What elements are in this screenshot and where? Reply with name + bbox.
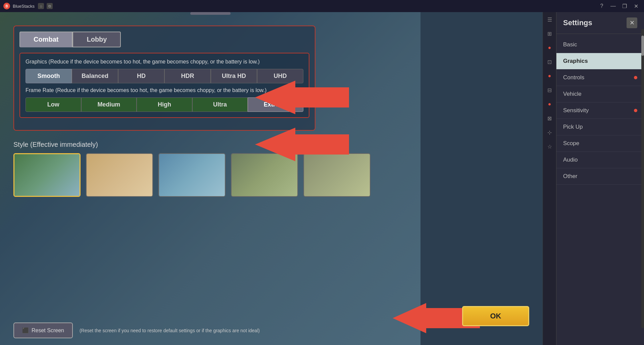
settings-item-scope[interactable]: Scope: [556, 135, 644, 152]
tab-combat[interactable]: Combat: [19, 32, 72, 47]
side-icons-bar: ☰ ⊞ ● ⊡ ● ⊟ ● ⊠ ⊹ ☆: [543, 12, 556, 345]
style-section: Style (Effective immediately): [13, 141, 383, 197]
style-thumb-5-preview: [304, 154, 370, 196]
help-button[interactable]: ?: [597, 1, 606, 11]
graphics-quality-options: Smooth Balanced HD HDR Ultra HD UHD: [26, 69, 303, 83]
settings-item-graphics-label: Graphics: [563, 58, 588, 64]
style-thumb-2[interactable]: [86, 153, 153, 197]
graphics-hdr-btn[interactable]: HDR: [164, 69, 211, 83]
reset-screen-button[interactable]: ⬛ Reset Screen: [13, 322, 73, 338]
settings-menu: Basic Graphics Controls Vehicle Sensitiv…: [556, 34, 644, 345]
settings-item-basic-label: Basic: [563, 41, 577, 48]
home-icon[interactable]: ⌂: [38, 3, 44, 9]
style-thumb-3-preview: [159, 154, 225, 196]
tab-lobby[interactable]: Lobby: [72, 32, 121, 47]
restore-button[interactable]: ❐: [620, 1, 629, 11]
settings-close-button[interactable]: ✕: [627, 17, 637, 28]
sensitivity-notification-dot: [634, 109, 637, 112]
side-icon-5[interactable]: ●: [546, 72, 554, 80]
style-thumb-5[interactable]: [303, 153, 370, 197]
side-icon-4[interactable]: ⊡: [546, 58, 554, 66]
settings-item-sensitivity[interactable]: Sensitivity: [556, 102, 644, 119]
settings-item-basic[interactable]: Basic: [556, 37, 644, 53]
style-thumb-1-preview: [14, 154, 80, 196]
settings-header: Settings ✕: [556, 12, 644, 34]
settings-item-controls[interactable]: Controls: [556, 70, 644, 86]
frame-rate-label: Frame Rate (Reduce if the device becomes…: [26, 87, 303, 93]
window-close-button[interactable]: ✕: [631, 1, 641, 11]
main-content: Combat Lobby Graphics (Reduce if the dev…: [0, 12, 420, 345]
settings-item-audio-label: Audio: [563, 157, 578, 163]
side-icon-9[interactable]: ⊹: [546, 128, 554, 136]
settings-item-pickup[interactable]: Pick Up: [556, 119, 644, 135]
side-icon-3[interactable]: ●: [546, 44, 554, 52]
style-thumb-1[interactable]: [13, 153, 81, 197]
tab-buttons: Combat Lobby: [19, 32, 309, 47]
graphics-quality-section: Graphics (Reduce if the device becomes t…: [19, 53, 309, 118]
tabs-graphics-container: Combat Lobby Graphics (Reduce if the dev…: [13, 26, 315, 131]
side-icon-8[interactable]: ⊠: [546, 114, 554, 122]
settings-scroll-thumb: [641, 36, 644, 56]
frame-rate-options: Low Medium High Ultra Extreme: [26, 97, 303, 112]
graphics-ultrahd-btn[interactable]: Ultra HD: [211, 69, 257, 83]
bottom-bar: ⬛ Reset Screen (Reset the screen if you …: [13, 322, 306, 338]
settings-title: Settings: [563, 18, 592, 27]
settings-item-pickup-label: Pick Up: [563, 124, 583, 130]
graphics-smooth-btn[interactable]: Smooth: [26, 69, 72, 83]
settings-panel: Settings ✕ Basic Graphics Controls Vehic…: [556, 12, 644, 345]
settings-item-sensitivity-label: Sensitivity: [563, 107, 589, 114]
side-icon-7[interactable]: ●: [546, 100, 554, 108]
framerate-ultra-btn[interactable]: Ultra: [192, 97, 248, 112]
side-icon-1[interactable]: ☰: [546, 15, 554, 24]
framerate-high-btn[interactable]: High: [137, 97, 192, 112]
settings-scrollbar[interactable]: [641, 29, 644, 328]
framerate-extreme-btn[interactable]: Extreme: [248, 97, 303, 112]
graphics-balanced-btn[interactable]: Balanced: [72, 69, 118, 83]
style-label: Style (Effective immediately): [13, 141, 383, 148]
settings-item-scope-label: Scope: [563, 140, 579, 147]
ok-button[interactable]: OK: [462, 306, 529, 326]
minimize-button[interactable]: —: [608, 1, 618, 11]
settings-item-controls-label: Controls: [563, 74, 584, 81]
settings-item-vehicle-label: Vehicle: [563, 91, 582, 97]
settings-item-graphics[interactable]: Graphics: [556, 53, 644, 70]
side-icon-2[interactable]: ⊞: [546, 30, 554, 38]
graphics-hd-btn[interactable]: HD: [118, 69, 164, 83]
framerate-low-btn[interactable]: Low: [26, 97, 81, 112]
app-name: BlueStacks: [13, 4, 35, 9]
reset-icon: ⬛: [22, 327, 29, 334]
graphics-uhd-btn[interactable]: UHD: [257, 69, 303, 83]
reset-screen-label: Reset Screen: [32, 328, 64, 334]
side-icon-6[interactable]: ⊟: [546, 86, 554, 94]
reset-note: (Reset the screen if you need to restore…: [80, 328, 306, 333]
app-logo: B: [3, 3, 10, 9]
settings-item-other[interactable]: Other: [556, 168, 644, 185]
title-bar: B BlueStacks ⌂ ⧉ ? — ❐ ✕: [0, 0, 644, 12]
side-icon-10[interactable]: ☆: [546, 142, 554, 150]
framerate-medium-btn[interactable]: Medium: [81, 97, 137, 112]
style-thumb-2-preview: [87, 154, 152, 196]
style-thumbnails: [13, 153, 383, 197]
settings-item-vehicle[interactable]: Vehicle: [556, 86, 644, 102]
settings-item-audio[interactable]: Audio: [556, 152, 644, 168]
multi-window-icon[interactable]: ⧉: [47, 3, 53, 9]
style-thumb-3[interactable]: [158, 153, 226, 197]
controls-notification-dot: [634, 76, 637, 79]
style-thumb-4[interactable]: [231, 153, 298, 197]
style-thumb-4-preview: [232, 154, 297, 196]
settings-item-other-label: Other: [563, 173, 578, 180]
graphics-quality-label: Graphics (Reduce if the device becomes t…: [26, 59, 303, 65]
